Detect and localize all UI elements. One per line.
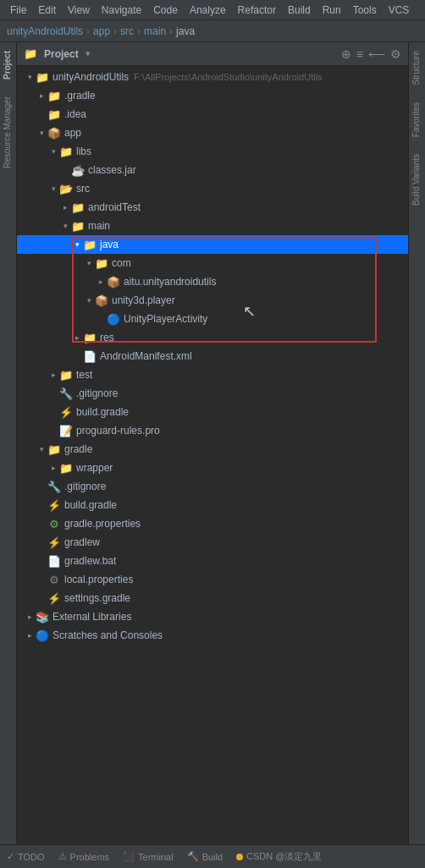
menu-vcs[interactable]: VCS	[384, 3, 415, 18]
tree-item-src[interactable]: 📂 src	[17, 179, 408, 198]
jar-icon: ☕	[71, 163, 85, 177]
tree-item-settings-gradle[interactable]: ⚡ settings.gradle	[17, 589, 408, 607]
tree-item-build-gradle-root[interactable]: ⚡ build.gradle	[17, 496, 408, 514]
folder-icon-app: 📦	[47, 126, 61, 140]
tree-label-gitignore-root: .gitignore	[64, 481, 106, 492]
panel-label-resource-manager[interactable]: Resource Manager	[0, 88, 16, 177]
tree-item-proguard[interactable]: 📝 proguard-rules.pro	[17, 421, 408, 440]
status-terminal[interactable]: ⬛ Terminal	[123, 851, 174, 862]
properties-icon-gradle: ⚙	[47, 517, 61, 530]
tree-item-wrapper[interactable]: 📁 wrapper	[17, 459, 408, 477]
tree-item-res[interactable]: 📁 res	[17, 328, 408, 347]
pro-icon: 📝	[59, 424, 73, 437]
breadcrumb-app[interactable]: app	[93, 25, 110, 37]
menu-file[interactable]: File	[5, 3, 31, 18]
tree-item-gitignore-app[interactable]: 🔧 .gitignore	[17, 384, 408, 403]
tree-item-idea[interactable]: 📁 .idea	[17, 105, 408, 124]
header-icon-collapse[interactable]: ⟵	[368, 47, 385, 61]
menu-code[interactable]: Code	[148, 3, 183, 18]
header-icon-list[interactable]: ≡	[356, 47, 363, 61]
menu-refactor[interactable]: Refactor	[233, 3, 281, 18]
tree-arrow-gradlew	[36, 536, 47, 548]
tree-item-aitu[interactable]: 📦 aitu.unityandroidutils	[17, 272, 408, 291]
tree-label-gradle-hidden: .gradle	[64, 90, 96, 102]
tree-item-gradle-hidden[interactable]: 📁 .gradle	[17, 86, 408, 105]
tree-arrow-java[interactable]	[71, 239, 83, 250]
tree-item-root[interactable]: 📁 unityAndroidUtils F:\AllProjects\Andro…	[17, 68, 408, 86]
tree-item-libs[interactable]: 📁 libs	[17, 142, 408, 161]
breadcrumb-main[interactable]: main	[144, 25, 166, 37]
tree-arrow-gradle-dir[interactable]	[36, 443, 47, 455]
folder-icon-java: 📁	[83, 238, 97, 251]
panel-label-project[interactable]: Project	[0, 42, 16, 88]
tree-arrow-main[interactable]	[59, 220, 71, 232]
tree-item-gradle-dir[interactable]: 📁 gradle	[17, 440, 408, 459]
tree-arrow-root[interactable]	[24, 71, 36, 83]
tree-item-scratches[interactable]: 🔵 Scratches and Consoles	[17, 626, 408, 645]
tree-arrow-libs[interactable]	[47, 146, 59, 157]
tree-item-gradlew-bat[interactable]: 📄 gradlew.bat	[17, 552, 408, 570]
panel-label-structure[interactable]: Structure	[409, 42, 425, 94]
tree-arrow-src[interactable]	[47, 183, 59, 195]
tree-arrow-res[interactable]	[71, 332, 83, 343]
folder-icon-main: 📁	[71, 219, 85, 233]
tree-label-gitignore-app: .gitignore	[76, 387, 118, 399]
breadcrumb-src[interactable]: src	[120, 25, 134, 37]
tree-item-app[interactable]: 📦 app	[17, 124, 408, 142]
tree-item-unity3d[interactable]: 📦 unity3d.player	[17, 291, 408, 310]
menu-view[interactable]: View	[63, 3, 95, 18]
tree-item-external-libs[interactable]: 📚 External Libraries	[17, 607, 408, 626]
status-build[interactable]: 🔨 Build	[187, 851, 223, 862]
tree-item-test[interactable]: 📁 test	[17, 365, 408, 384]
folder-icon-gradle-dir: 📁	[47, 442, 61, 456]
menu-edit[interactable]: Edit	[33, 3, 61, 18]
tree-item-gitignore-root[interactable]: 🔧 .gitignore	[17, 477, 408, 496]
activity-icon-unityplayer: 🔵	[107, 312, 120, 326]
panel-label-favorites[interactable]: Favorites	[409, 94, 425, 146]
tree-arrow-aitu[interactable]	[95, 276, 107, 288]
tree-item-gradlew[interactable]: ⚡ gradlew	[17, 533, 408, 552]
folder-icon-gradle-hidden: 📁	[47, 89, 61, 102]
tree-label-external-libs: External Libraries	[52, 611, 131, 623]
package-icon-aitu: 📦	[107, 275, 120, 288]
tree-item-com[interactable]: 📁 com	[17, 254, 408, 272]
menu-navigate[interactable]: Navigate	[97, 3, 146, 18]
tree-arrow-unity3d[interactable]	[83, 294, 95, 306]
tree-arrow-androidtest[interactable]	[59, 201, 71, 213]
tree-arrow-app[interactable]	[36, 127, 47, 139]
menu-run[interactable]: Run	[317, 3, 346, 18]
panel-label-build-variants[interactable]: Build Variants	[409, 146, 425, 214]
status-problems[interactable]: ⚠ Problems	[58, 851, 109, 862]
menu-tools[interactable]: Tools	[348, 3, 382, 18]
tree-item-local-properties[interactable]: ⚙ local.properties	[17, 570, 408, 589]
menu-analyze[interactable]: Analyze	[185, 3, 231, 18]
tree-arrow-external-libs[interactable]	[24, 611, 36, 623]
header-icon-settings[interactable]: ⚙	[390, 47, 401, 61]
tree-label-gradlew: gradlew	[64, 536, 100, 548]
tree-item-java[interactable]: 📁 java	[17, 235, 408, 254]
tree-arrow-wrapper[interactable]	[47, 462, 59, 474]
tree-arrow-test[interactable]	[47, 369, 59, 381]
tree-label-proguard: proguard-rules.pro	[76, 425, 160, 437]
tree-item-unityplayer[interactable]: 🔵 UnityPlayerActivity	[17, 310, 408, 328]
menu-build[interactable]: Build	[283, 3, 316, 18]
tree-arrow-gradlew-bat	[36, 555, 47, 567]
tree-item-androidtest[interactable]: 📁 androidTest	[17, 198, 408, 217]
status-csdn[interactable]: CSDN @淡定九里	[236, 850, 322, 863]
breadcrumb-root[interactable]: unityAndroidUtils	[7, 25, 83, 37]
breadcrumb-java[interactable]: java	[176, 25, 195, 37]
tree-arrow-com[interactable]	[83, 257, 95, 269]
tree-arrow-scratches[interactable]	[24, 629, 36, 641]
tree-item-gradle-properties[interactable]: ⚙ gradle.properties	[17, 514, 408, 533]
tree-item-classes-jar[interactable]: ☕ classes.jar	[17, 161, 408, 179]
gradle-icon-root: ⚡	[47, 498, 61, 512]
tree-item-main[interactable]: 📁 main	[17, 217, 408, 235]
tree-item-build-gradle-app[interactable]: ⚡ build.gradle	[17, 403, 408, 421]
tree-arrow-gradle-hidden[interactable]	[36, 90, 47, 102]
status-todo[interactable]: ✓ TODO	[7, 851, 45, 862]
tree-item-manifest[interactable]: 📄 AndroidManifest.xml	[17, 347, 408, 365]
project-tree[interactable]: 📁 unityAndroidUtils F:\AllProjects\Andro…	[17, 66, 408, 844]
tree-label-settings-gradle: settings.gradle	[64, 592, 130, 604]
tree-label-src: src	[76, 183, 90, 195]
header-icon-locate[interactable]: ⊕	[341, 47, 351, 61]
